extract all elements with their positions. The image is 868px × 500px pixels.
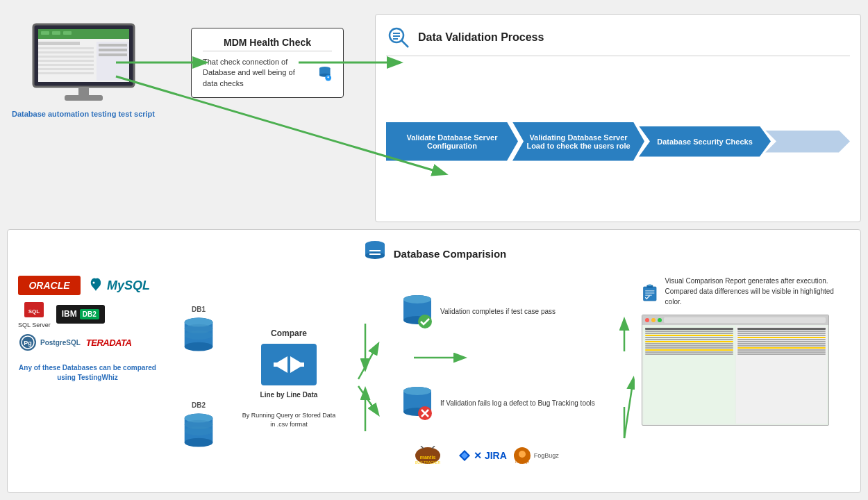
svg-rect-17 [99, 53, 127, 56]
flow-arrows-1 [344, 276, 386, 482]
db-x-icon [400, 384, 435, 422]
postgresql-text: PostgreSQL [40, 339, 81, 347]
svg-text:mantis: mantis [420, 455, 436, 460]
report-description: Visual Comparison Report generates after… [665, 276, 850, 307]
svg-point-77 [403, 387, 431, 395]
result-fail: If Validation fails log a defect to Bug … [400, 384, 600, 422]
oracle-logo: ORACLE [18, 276, 81, 295]
step-1-label: Validate Database Server Configuration [393, 133, 511, 150]
svg-rect-2 [38, 29, 129, 39]
svg-rect-12 [38, 68, 94, 70]
svg-rect-4 [52, 31, 60, 35]
svg-rect-5 [63, 31, 72, 35]
jira-text: ✕ JIRA [474, 450, 507, 461]
line-by-line-label: Line by Line Data [260, 391, 318, 399]
svg-rect-95 [644, 287, 656, 301]
flow-arrow-svg-1 [344, 310, 386, 449]
svg-rect-3 [41, 31, 49, 35]
jira-icon [458, 449, 471, 462]
svg-line-65 [358, 386, 378, 414]
step-2-label: Validating Database Server Load to check… [519, 133, 637, 150]
svg-text:FogBugz: FogBugz [515, 460, 530, 464]
svg-point-48 [184, 342, 212, 351]
svg-rect-38 [369, 253, 381, 255]
db-comparison-title: Database Comparision [394, 248, 507, 260]
svg-rect-39 [369, 250, 381, 251]
clipboard-icon [642, 276, 658, 310]
svg-rect-100 [645, 292, 654, 293]
svg-text:BUG TRACKER: BUG TRACKER [415, 460, 440, 465]
report-top: Visual Comparison Report generates after… [642, 276, 850, 310]
report-arrow-container [614, 276, 635, 482]
svg-rect-10 [38, 60, 94, 62]
success-to-report-arrow [414, 351, 469, 365]
svg-point-37 [365, 252, 385, 259]
db-plus-icon [318, 58, 332, 89]
sqlserver-text: SQL Server [18, 322, 51, 328]
db2-icon [180, 410, 218, 452]
svg-point-40 [93, 282, 95, 284]
dv-title: Data Validation Process [418, 31, 544, 44]
svg-point-51 [184, 331, 212, 340]
compare-arrows-icon [268, 351, 310, 378]
svg-text:SQL: SQL [28, 308, 40, 315]
svg-text:Pg: Pg [24, 340, 32, 347]
step-tail-arrow [765, 131, 850, 153]
mdm-box: MDM Health Check That check connection o… [191, 28, 344, 98]
db1-icon [180, 315, 218, 356]
dv-arrows: Validate Database Server Configuration V… [386, 72, 850, 211]
bottom-section: Database Comparision ORACLE MySQL [7, 229, 861, 493]
svg-rect-99 [645, 290, 654, 291]
monitor-icon [30, 21, 137, 104]
svg-rect-18 [78, 87, 89, 95]
db1-label: DB1 [192, 306, 206, 313]
svg-rect-15 [99, 44, 127, 47]
svg-point-89 [519, 451, 526, 458]
report-screenshot [642, 315, 829, 426]
svg-line-64 [358, 344, 378, 379]
search-icon [386, 25, 411, 50]
svg-line-31 [401, 40, 408, 47]
mysql-logo: MySQL [86, 276, 150, 295]
sqlserver-icon: SQL [23, 299, 45, 322]
sqlserver-logo: SQL SQL Server [18, 299, 51, 328]
step-3-arrow: Database Security Checks [639, 126, 771, 157]
db-comparison-header: Database Comparision [18, 240, 850, 267]
logo-row-3: Pg PostgreSQL TERADATA [18, 333, 157, 352]
svg-point-71 [418, 315, 432, 328]
svg-rect-33 [393, 35, 400, 37]
db2-label: DB2 [192, 401, 206, 409]
svg-rect-13 [38, 72, 94, 74]
step-1-arrow: Validate Database Server Configuration [386, 122, 518, 161]
svg-point-70 [403, 295, 431, 303]
svg-rect-7 [38, 47, 94, 49]
compare-arrows-box [261, 344, 317, 385]
svg-rect-32 [393, 33, 400, 34]
svg-point-57 [184, 426, 212, 435]
to-report-arrow-svg [614, 310, 635, 449]
bottom-caption: Any of these Databases can be compared u… [18, 363, 157, 383]
result-success: Validation completes if test case pass [400, 292, 600, 331]
ibm-db2-logo: IBM DB2 [56, 305, 105, 324]
svg-rect-34 [393, 38, 398, 40]
svg-rect-29 [328, 76, 329, 78]
compare-label: Compare [271, 328, 307, 338]
mantis-icon: mantis BUG TRACKER [414, 446, 452, 465]
by-running-label: By Running Query or Stored Data in .csv … [240, 411, 337, 428]
result-fail-text: If Validation fails log a defect to Bug … [440, 399, 595, 408]
svg-rect-98 [648, 284, 651, 286]
cylinders-section: DB1 DB2 [164, 276, 233, 482]
mdm-content: That check connection of Database and we… [203, 57, 332, 89]
monitor-group: Database automation testing test script [7, 7, 160, 222]
trackers-row: mantis BUG TRACKER ✕ JIRA [414, 446, 600, 465]
svg-rect-6 [38, 42, 80, 45]
svg-rect-16 [99, 49, 127, 51]
results-section: Validation completes if test case pass [393, 276, 607, 482]
top-section: Database automation testing test script … [7, 7, 861, 222]
svg-rect-59 [274, 362, 287, 367]
ibm-text: IBM [62, 309, 77, 319]
logos-section: ORACLE MySQL SQL SQL Serve [18, 276, 157, 482]
svg-point-54 [184, 438, 212, 447]
db-check-icon [400, 292, 435, 331]
logo-row-2: SQL SQL Server IBM DB2 [18, 299, 157, 328]
